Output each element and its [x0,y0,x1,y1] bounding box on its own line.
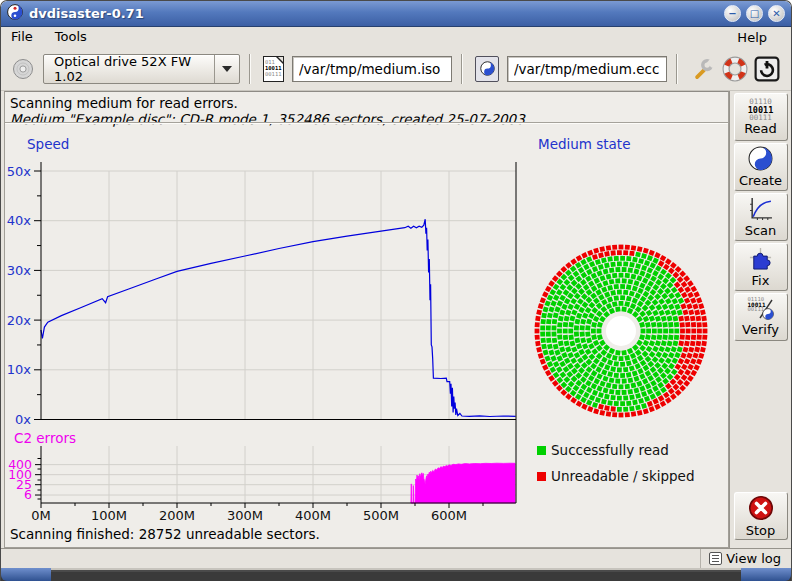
toolbar: Optical drive 52X FW 1.02 011 10011 0011… [1,47,791,91]
menu-tools[interactable]: Tools [53,28,95,46]
app-window: dvdisaster-0.71 − □ ✕ File Tools Help Op… [0,0,792,581]
svg-text:20x: 20x [7,313,32,328]
stop-button[interactable]: Stop [734,492,788,540]
svg-text:10x: 10x [7,362,32,377]
ecc-file-icon[interactable] [472,56,502,82]
help-lifesaver-icon[interactable] [719,56,751,82]
menu-help[interactable]: Help [733,29,771,46]
svg-text:Successfully read: Successfully read [551,442,669,458]
svg-text:50x: 50x [7,164,32,179]
menu-file[interactable]: File [9,28,41,46]
read-binary-icon: 01110 10011 00111 [748,98,774,122]
scan-result-text: Scanning finished: 28752 unreadable sect… [10,526,320,542]
svg-text:0x: 0x [15,412,31,427]
window-title: dvdisaster-0.71 [29,6,719,21]
bottom-statusbar: View log [1,548,791,568]
titlebar[interactable]: dvdisaster-0.71 − □ ✕ [1,1,791,27]
stop-icon [748,495,774,524]
svg-text:500M: 500M [363,508,399,523]
iso-file-icon[interactable]: 011 10011 00111 [260,56,287,82]
verify-button[interactable]: 01110 10011 00111 Verify [734,293,788,341]
toolbar-separator [249,54,251,84]
fix-button[interactable]: Fix [734,243,788,291]
main-panel: Scanning medium for read errors. Medium … [4,91,729,548]
scan-button[interactable]: Scan [734,193,788,241]
scan-chart-icon [748,196,773,224]
window-frame-bottom [1,568,791,581]
content-area: Scanning medium for read errors. Medium … [1,91,791,548]
status-line1: Scanning medium for read errors. [10,95,238,111]
create-button[interactable]: Create [734,143,788,191]
svg-text:200M: 200M [159,508,195,523]
toolbar-separator [676,54,678,84]
svg-text:Unreadable / skipped: Unreadable / skipped [551,468,694,484]
drive-select[interactable]: Optical drive 52X FW 1.02 [43,54,240,84]
fix-puzzle-icon [748,246,773,274]
quit-power-icon[interactable] [751,56,783,82]
preferences-wrench-icon[interactable] [687,56,719,82]
svg-text:40x: 40x [7,213,32,228]
svg-text:600M: 600M [431,508,467,523]
close-button[interactable]: ✕ [768,5,785,22]
svg-text:100M: 100M [91,508,127,523]
minimize-button[interactable]: − [724,5,741,22]
chevron-down-icon [214,55,239,83]
view-log-button[interactable]: View log [701,549,791,568]
drive-icon[interactable] [9,58,37,80]
log-icon [709,552,722,565]
svg-text:Medium state: Medium state [538,136,630,152]
svg-text:6: 6 [24,487,32,502]
create-yinyang-icon [748,146,773,174]
app-icon [7,4,23,23]
action-sidebar: 01110 10011 00111 Read Create [729,91,791,548]
maximize-button[interactable]: □ [746,5,763,22]
iso-path-input[interactable] [292,56,452,82]
svg-text:400M: 400M [295,508,331,523]
toolbar-separator [461,54,463,84]
ecc-path-input[interactable] [507,56,667,82]
drive-select-value: Optical drive 52X FW 1.02 [54,54,214,84]
menubar: File Tools Help [1,27,791,47]
charts-canvas: 0x10x20x30x40x50x4001002560M100M200M300M… [5,124,728,524]
svg-text:0M: 0M [31,508,51,523]
svg-text:Speed: Speed [27,136,69,152]
read-button[interactable]: 01110 10011 00111 Read [734,93,788,141]
svg-text:30x: 30x [7,263,32,278]
svg-text:300M: 300M [227,508,263,523]
verify-icon: 01110 10011 00111 [748,297,774,323]
svg-text:C2 errors: C2 errors [14,430,76,446]
